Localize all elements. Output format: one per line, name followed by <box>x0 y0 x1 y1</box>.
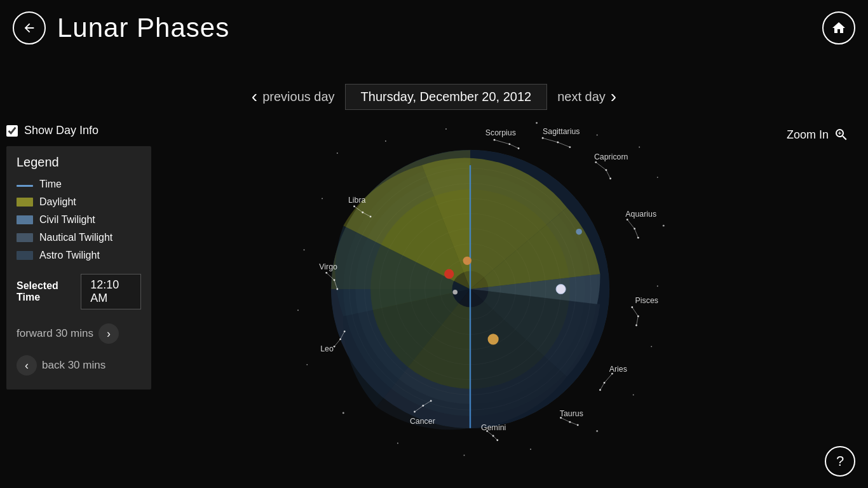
svg-point-80 <box>569 421 571 423</box>
page-title: Lunar Phases <box>57 13 229 43</box>
selected-time-value: 12:10 AM <box>81 274 141 309</box>
svg-text:Capricorn: Capricorn <box>594 152 628 161</box>
svg-point-5 <box>597 135 598 136</box>
sidebar: Show Day Info Legend Time Daylight Civil… <box>6 124 151 390</box>
svg-point-14 <box>464 455 465 456</box>
help-button[interactable]: ? <box>825 446 855 477</box>
chart-area: Scorpius Sagittarius Capricorn <box>153 98 788 480</box>
svg-point-55 <box>595 161 597 163</box>
svg-point-104 <box>334 279 336 281</box>
legend-item-astro: Astro Twilight <box>17 250 141 261</box>
svg-point-91 <box>414 411 416 413</box>
svg-text:Scorpius: Scorpius <box>485 128 516 137</box>
svg-point-105 <box>336 288 338 290</box>
svg-point-18 <box>297 309 299 311</box>
zoom-in-button[interactable]: Zoom In <box>787 127 849 142</box>
svg-point-50 <box>557 142 559 144</box>
svg-point-67 <box>631 306 633 308</box>
svg-text:Libra: Libra <box>348 196 366 205</box>
svg-point-87 <box>496 439 498 441</box>
svg-line-48 <box>558 142 570 147</box>
legend-item-civil: Civil Twilight <box>17 214 141 226</box>
legend-label-nautical: Nautical Twilight <box>39 232 112 243</box>
zoom-in-label: Zoom In <box>787 128 829 142</box>
svg-point-51 <box>569 146 571 148</box>
svg-point-6 <box>639 147 640 148</box>
legend-title: Legend <box>17 155 141 170</box>
svg-point-93 <box>430 400 432 402</box>
svg-point-34 <box>444 269 454 279</box>
svg-point-97 <box>334 346 336 348</box>
constellation-capricorn: Capricorn <box>594 152 628 180</box>
svg-text:Virgo: Virgo <box>319 262 337 271</box>
svg-point-15 <box>397 443 398 444</box>
svg-point-111 <box>370 215 372 217</box>
svg-point-13 <box>530 449 531 450</box>
svg-line-59 <box>627 220 634 229</box>
svg-point-74 <box>604 382 606 384</box>
svg-text:Aquarius: Aquarius <box>625 210 656 219</box>
svg-point-1 <box>337 152 338 154</box>
legend-swatch-civil <box>17 215 33 224</box>
svg-point-8 <box>663 225 665 227</box>
show-day-info-checkbox[interactable] <box>6 125 18 137</box>
svg-point-63 <box>637 237 639 239</box>
svg-line-95 <box>334 339 341 346</box>
svg-point-4 <box>536 122 538 124</box>
legend-item-time: Time <box>17 179 141 190</box>
svg-line-83 <box>487 431 494 436</box>
svg-line-72 <box>600 383 604 390</box>
legend-box: Legend Time Daylight Civil Twilight Naut… <box>6 146 151 390</box>
legend-label-daylight: Daylight <box>39 196 76 208</box>
svg-point-81 <box>577 424 579 426</box>
constellation-aquarius: Aquarius <box>625 210 656 239</box>
svg-point-43 <box>494 139 496 141</box>
legend-swatch-astro <box>17 251 33 260</box>
legend-label-civil: Civil Twilight <box>39 214 95 226</box>
constellation-taurus: Taurus <box>560 409 583 426</box>
svg-point-20 <box>322 198 323 199</box>
svg-text:Pisces: Pisces <box>635 296 658 305</box>
svg-line-60 <box>635 229 639 238</box>
selected-time-label: Selected Time <box>17 280 74 303</box>
help-icon: ? <box>836 453 844 470</box>
forward-arrow-icon: › <box>98 323 119 344</box>
legend-swatch-nautical <box>17 233 33 242</box>
svg-line-78 <box>570 422 578 425</box>
svg-text:Taurus: Taurus <box>560 409 583 418</box>
svg-text:Gemini: Gemini <box>481 423 506 432</box>
show-day-info-toggle[interactable]: Show Day Info <box>6 124 151 137</box>
svg-line-65 <box>632 308 639 316</box>
svg-point-11 <box>633 394 634 395</box>
svg-point-62 <box>634 227 635 229</box>
svg-point-19 <box>304 249 305 250</box>
svg-line-42 <box>510 144 519 149</box>
back-arrow-icon: ‹ <box>17 355 37 376</box>
home-button[interactable] <box>822 11 855 44</box>
constellation-pisces: Pisces <box>631 296 658 327</box>
svg-point-37 <box>488 334 499 344</box>
svg-point-10 <box>651 346 652 347</box>
svg-point-40 <box>576 229 582 235</box>
svg-point-17 <box>306 364 308 365</box>
constellation-gemini: Gemini <box>481 423 506 442</box>
svg-line-71 <box>604 374 612 383</box>
svg-point-7 <box>657 177 658 178</box>
header: Lunar Phases <box>0 0 868 56</box>
svg-point-99 <box>344 330 346 332</box>
svg-point-61 <box>627 219 628 220</box>
svg-point-69 <box>635 325 637 327</box>
svg-point-109 <box>353 205 355 207</box>
svg-point-16 <box>342 412 344 414</box>
svg-point-49 <box>542 137 544 139</box>
constellation-aries: Aries <box>599 365 627 391</box>
show-day-info-label: Show Day Info <box>24 124 98 137</box>
svg-text:Cancer: Cancer <box>410 417 435 426</box>
lunar-phases-chart[interactable]: Scorpius Sagittarius Capricorn <box>254 105 686 473</box>
forward-30-mins-button[interactable]: forward 30 mins › <box>17 321 141 346</box>
back-button[interactable] <box>13 11 46 44</box>
back-30-mins-button[interactable]: ‹ back 30 mins <box>17 353 141 378</box>
legend-label-astro: Astro Twilight <box>39 250 100 261</box>
constellation-scorpius: Scorpius <box>485 128 520 149</box>
legend-swatch-daylight <box>17 198 33 207</box>
